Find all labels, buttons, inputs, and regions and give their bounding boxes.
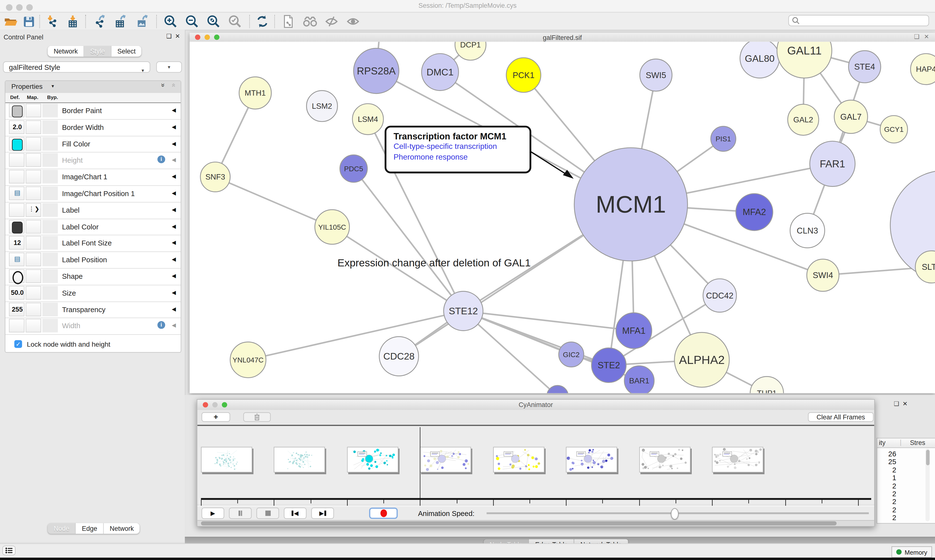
property-row-label[interactable]: ⋮❯Label◀ bbox=[5, 202, 181, 219]
expand-arrow-icon[interactable]: ◀ bbox=[172, 306, 176, 312]
property-byp-cell[interactable] bbox=[42, 186, 58, 200]
column-header[interactable]: ity bbox=[879, 439, 886, 446]
edge-PDC5-STE12[interactable] bbox=[353, 169, 463, 311]
property-byp-cell[interactable] bbox=[42, 203, 58, 217]
expand-arrow-icon[interactable]: ◀ bbox=[172, 190, 176, 196]
property-map-cell[interactable] bbox=[26, 104, 41, 117]
property-map-cell[interactable] bbox=[26, 137, 41, 150]
cyanimator-timeline[interactable]: 0123456789 Seconds bbox=[197, 425, 874, 504]
expand-arrow-icon[interactable]: ◀ bbox=[172, 174, 176, 179]
expand-arrow-icon[interactable]: ◀ bbox=[172, 223, 176, 229]
property-byp-cell[interactable] bbox=[42, 319, 58, 332]
property-row-label-position[interactable]: ▤Label Position◀ bbox=[5, 252, 181, 269]
zoom-in-icon[interactable] bbox=[164, 14, 178, 29]
annotation-link[interactable]: Pheromone response bbox=[393, 152, 529, 162]
property-def-cell[interactable] bbox=[9, 269, 25, 283]
frame-thumbnail-7[interactable] bbox=[639, 447, 691, 472]
table-cell-value[interactable]: 2 bbox=[878, 482, 896, 490]
table-cell-value[interactable]: 2 bbox=[878, 506, 896, 514]
expand-arrow-icon[interactable]: ◀ bbox=[172, 206, 176, 212]
save-session-icon[interactable] bbox=[22, 14, 36, 29]
delete-frame-button[interactable] bbox=[243, 412, 271, 422]
table-cell-value[interactable]: 2 bbox=[878, 514, 896, 522]
memory-button[interactable]: Memory bbox=[892, 546, 932, 558]
expand-arrow-icon[interactable]: ◀ bbox=[172, 289, 176, 295]
import-network-icon[interactable] bbox=[45, 14, 60, 29]
tab-edge[interactable]: Edge bbox=[76, 523, 104, 534]
table-cell-value[interactable]: 1 bbox=[878, 474, 896, 482]
column-header[interactable]: Stres bbox=[910, 439, 925, 446]
play-button[interactable]: ▶ bbox=[202, 508, 224, 519]
table-cell-value[interactable]: 2 bbox=[878, 466, 896, 474]
property-map-cell[interactable] bbox=[26, 253, 41, 266]
property-map-cell[interactable] bbox=[26, 220, 41, 233]
frame-thumbnail-2[interactable] bbox=[274, 447, 325, 472]
slider-handle[interactable] bbox=[671, 508, 679, 520]
property-def-cell[interactable] bbox=[9, 319, 25, 332]
skip-to-start-button[interactable]: ◀ bbox=[284, 508, 307, 519]
property-map-cell[interactable] bbox=[26, 269, 41, 283]
frame-thumbnail-6[interactable] bbox=[566, 447, 617, 472]
property-row-image-chart-1[interactable]: Image/Chart 1◀ bbox=[5, 169, 181, 186]
property-map-cell[interactable] bbox=[26, 286, 41, 300]
property-row-label-font-size[interactable]: 12Label Font Size◀ bbox=[5, 235, 181, 252]
float-panel-icon[interactable]: ❑ bbox=[166, 33, 172, 39]
expand-arrow-icon[interactable]: ◀ bbox=[172, 273, 176, 279]
property-row-width[interactable]: Widthi◀ bbox=[5, 318, 181, 335]
expand-all-icon[interactable]: » bbox=[160, 83, 167, 87]
export-image-icon[interactable] bbox=[135, 14, 149, 29]
edge-SNF3-YIL105C[interactable] bbox=[215, 177, 332, 227]
property-map-cell[interactable] bbox=[26, 186, 41, 200]
property-def-cell[interactable] bbox=[9, 137, 25, 150]
open-session-icon[interactable] bbox=[4, 14, 18, 29]
network-window-titlebar[interactable]: galFiltered.sif ❑ ✕ bbox=[190, 33, 935, 42]
property-def-cell[interactable]: ▤ bbox=[9, 253, 25, 266]
tab-network[interactable]: Network bbox=[48, 46, 84, 57]
apply-preferred-layout-icon[interactable] bbox=[255, 14, 270, 29]
property-row-image-chart-position-1[interactable]: ▤Image/Chart Position 1◀ bbox=[5, 185, 181, 203]
property-map-cell[interactable] bbox=[26, 120, 41, 134]
node-NBOT[interactable] bbox=[547, 385, 568, 393]
expand-arrow-icon[interactable]: ◀ bbox=[172, 140, 176, 146]
scrollbar-thumb[interactable] bbox=[201, 521, 837, 525]
show-all-icon[interactable] bbox=[346, 14, 360, 29]
property-row-height[interactable]: Heighti◀ bbox=[5, 152, 181, 169]
annotation-link[interactable]: Cell-type-specific transcription bbox=[393, 141, 529, 152]
search-input[interactable] bbox=[788, 15, 929, 26]
property-byp-cell[interactable] bbox=[42, 236, 58, 250]
property-byp-cell[interactable] bbox=[42, 153, 58, 167]
expand-arrow-icon[interactable]: ◀ bbox=[172, 157, 176, 163]
property-byp-cell[interactable] bbox=[42, 137, 58, 150]
property-map-cell[interactable] bbox=[26, 319, 41, 332]
pause-button[interactable] bbox=[229, 508, 251, 519]
property-byp-cell[interactable] bbox=[42, 302, 58, 316]
property-row-fill-color[interactable]: Fill Color◀ bbox=[5, 135, 181, 153]
property-row-shape[interactable]: Shape◀ bbox=[5, 268, 181, 285]
expand-arrow-icon[interactable]: ◀ bbox=[172, 107, 176, 113]
zoom-selected-icon[interactable] bbox=[228, 14, 242, 29]
property-row-border-paint[interactable]: Border Paint◀ bbox=[5, 102, 181, 120]
property-byp-cell[interactable] bbox=[42, 286, 58, 300]
frame-thumbnail-4[interactable] bbox=[420, 447, 471, 472]
collapse-all-icon[interactable]: » bbox=[169, 83, 176, 87]
skip-to-end-button[interactable]: ▶ bbox=[311, 508, 334, 519]
mcm1-annotation[interactable]: Transcription factor MCM1 Cell-type-spec… bbox=[385, 126, 531, 174]
property-row-border-width[interactable]: 2.0Border Width◀ bbox=[5, 119, 181, 136]
table-cell-value[interactable]: 2 bbox=[878, 498, 896, 506]
export-network-icon[interactable] bbox=[93, 14, 107, 29]
property-def-cell[interactable]: 12 bbox=[9, 236, 25, 250]
property-def-cell[interactable] bbox=[9, 220, 25, 233]
property-byp-cell[interactable] bbox=[42, 120, 58, 134]
fit-content-icon[interactable] bbox=[206, 14, 221, 29]
hide-selected-icon[interactable] bbox=[324, 14, 339, 29]
property-byp-cell[interactable] bbox=[42, 104, 58, 117]
add-frame-button[interactable]: + bbox=[202, 412, 230, 422]
timeline-scrollbar[interactable] bbox=[197, 520, 874, 526]
property-row-label-color[interactable]: Label Color◀ bbox=[5, 218, 181, 236]
properties-header[interactable]: Properties ▼ » » bbox=[5, 81, 181, 94]
frame-thumbnail-3[interactable] bbox=[347, 447, 398, 472]
cyanimator-titlebar[interactable]: CyAnimator bbox=[197, 400, 874, 411]
expand-arrow-icon[interactable]: ◀ bbox=[172, 124, 176, 130]
lock-node-size-checkbox[interactable]: ✓ bbox=[14, 340, 22, 348]
table-scrollbar[interactable] bbox=[926, 449, 930, 521]
